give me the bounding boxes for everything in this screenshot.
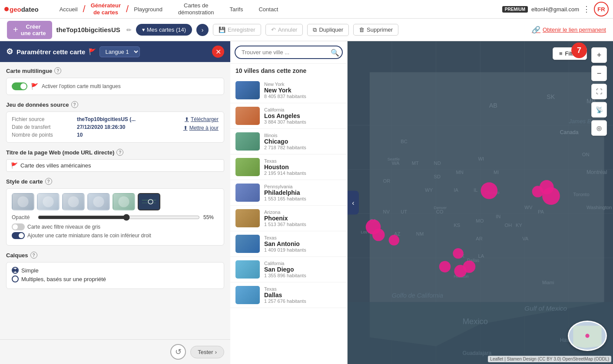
city-item-7[interactable]: California San Diego 1 355 896 habitants — [230, 257, 347, 282]
city-thumb — [235, 158, 260, 176]
close-panel-button[interactable]: ✕ — [212, 46, 224, 58]
city-info: Texas Dallas 1 257 676 habitants — [264, 286, 342, 304]
enregistrer-button[interactable]: 💾 Enregistrer — [213, 24, 261, 36]
mes-cartes-button[interactable]: ▾ Mes cartes (14) — [136, 24, 192, 36]
svg-rect-5 — [139, 194, 159, 210]
city-item-3[interactable]: Texas Houston 2 195 914 habitants — [230, 154, 347, 180]
city-population: 1 257 676 habitants — [264, 298, 342, 304]
map-style-help-icon[interactable]: ? — [45, 178, 52, 185]
duplicate-icon: ⧉ — [313, 26, 317, 33]
city-item-0[interactable]: New York New York 8 405 837 habitants — [230, 78, 347, 103]
style-thumb-1[interactable] — [12, 193, 34, 210]
data-source-title: Jeu de données source ? — [6, 101, 224, 108]
dupliquer-label: Dupliquer — [319, 26, 343, 33]
city-item-4[interactable]: Pennsylvania Philadelphia 1 553 165 habi… — [230, 180, 347, 206]
fullscreen-button[interactable]: ⛶ — [591, 84, 607, 99]
more-options-icon[interactable]: ⋮ — [583, 4, 590, 14]
mettre-a-jour-link[interactable]: ⬆ Mettre à jour — [183, 125, 219, 131]
collapse-panel-button[interactable]: ‹ — [348, 191, 359, 215]
city-search-wrapper: 🔍 — [235, 46, 343, 59]
language-select[interactable]: Langue 1 — [99, 46, 140, 57]
city-item-6[interactable]: Texas San Antonio 1 409 019 habitants — [230, 231, 347, 257]
create-map-button[interactable]: + Créerune carte — [7, 21, 52, 39]
supprimer-label: Supprimer — [367, 26, 393, 33]
edit-map-title-icon[interactable]: ✏ — [126, 26, 132, 33]
main-layout: ⚙ Paramétrer cette carte 🚩 Langue 1 ✕ Ca… — [0, 41, 613, 364]
web-title-help-icon[interactable]: ? — [116, 149, 123, 156]
language-button[interactable]: FR — [594, 2, 609, 16]
web-title-flag-icon: 🚩 — [11, 162, 18, 169]
city-state: Arizona — [264, 210, 342, 215]
city-list: New York New York 8 405 837 habitants Ca… — [230, 78, 347, 364]
nav-generateur[interactable]: Générateurde cartes — [83, 0, 129, 19]
city-name: New York — [264, 87, 342, 94]
city-item-1[interactable]: California Los Angeles 3 884 307 habitan… — [230, 103, 347, 129]
nav-accueil[interactable]: Accueil — [52, 0, 86, 19]
style-thumb-6[interactable] — [138, 193, 160, 210]
mes-cartes-arrow-button[interactable]: › — [196, 24, 209, 36]
panel-header: ⚙ Paramétrer cette carte 🚩 Langue 1 ✕ — [0, 41, 230, 62]
calques-help-icon[interactable]: ? — [30, 252, 37, 259]
svg-point-83 — [389, 235, 399, 245]
calques-simple-radio[interactable] — [12, 267, 19, 274]
grayscale-toggle[interactable] — [12, 223, 25, 230]
svg-text:Gulf of Mexico: Gulf of Mexico — [524, 305, 567, 312]
multilingual-help-icon[interactable]: ? — [54, 67, 61, 74]
svg-text:VA: VA — [522, 236, 529, 241]
nav-cartes-demo[interactable]: Cartes dedémonstration — [170, 0, 222, 19]
supprimer-button[interactable]: 🗑 Supprimer — [353, 24, 398, 36]
calques-multiples-row[interactable]: Multiples, basés sur une propriété — [12, 275, 219, 282]
calques-multiples-radio[interactable] — [12, 275, 19, 282]
annuler-button[interactable]: ↶ Annuler — [265, 24, 303, 36]
city-info: Texas San Antonio 1 409 019 habitants — [264, 235, 342, 253]
city-state: California — [264, 107, 342, 112]
web-title-value: Carte des villes américaines — [20, 162, 91, 169]
style-thumb-4[interactable] — [87, 193, 110, 210]
reset-button[interactable]: ↺ — [170, 344, 186, 360]
data-source-help-icon[interactable]: ? — [71, 101, 78, 108]
location-button[interactable]: 📡 — [591, 102, 607, 118]
style-thumb-5[interactable] — [113, 193, 135, 210]
city-item-2[interactable]: Illinois Chicago 2 718 782 habitants — [230, 129, 347, 154]
dupliquer-button[interactable]: ⧉ Dupliquer — [307, 24, 349, 36]
nav-contact[interactable]: Contact — [251, 0, 286, 19]
city-item-8[interactable]: Texas Dallas 1 257 676 habitants — [230, 282, 347, 308]
mes-cartes-chevron: ▾ — [142, 26, 145, 33]
style-thumb-3[interactable] — [62, 193, 85, 210]
svg-text:WI: WI — [478, 156, 484, 161]
panel-title: Paramétrer cette carte — [17, 48, 85, 56]
city-item-5[interactable]: Arizona Phoenix 1 513 367 habitants — [230, 206, 347, 231]
svg-text:Washington: Washington — [586, 205, 612, 210]
nav-tarifs[interactable]: Tarifs — [222, 0, 251, 19]
multilingual-toggle-row: 🚩 Activer l'option carte multi langues — [12, 82, 219, 90]
download-icon: ⬆ — [185, 116, 189, 122]
mes-cartes-label: Mes cartes (14) — [147, 26, 186, 33]
city-state: Texas — [264, 235, 342, 240]
calques-simple-row[interactable]: Simple — [12, 267, 219, 274]
telecharger-link[interactable]: ⬆ Télécharger — [185, 116, 219, 122]
city-search-input[interactable] — [235, 46, 343, 59]
city-search-button[interactable]: 🔍 — [331, 48, 339, 56]
style-thumb-2[interactable] — [37, 193, 60, 210]
web-title-input[interactable]: 🚩 Carte des villes américaines — [6, 159, 224, 172]
tester-button[interactable]: Tester › — [190, 346, 224, 358]
city-thumb — [235, 260, 260, 279]
map-style-section: Style de carte ? — [6, 178, 224, 246]
zoom-in-button[interactable]: + — [591, 47, 607, 63]
share-link[interactable]: 🔗 Obtenir le lien permanent — [532, 26, 606, 34]
city-state: Texas — [264, 286, 342, 292]
map-background: AB SK MB Canada ON WA OR MT ND SD MN WI … — [348, 41, 613, 364]
zoom-out-button[interactable]: − — [591, 66, 607, 81]
left-panel: ⚙ Paramétrer cette carte 🚩 Langue 1 ✕ Ca… — [0, 41, 230, 364]
gps-button[interactable]: ◎ — [591, 120, 607, 136]
enregistrer-label: Enregistrer — [228, 26, 255, 33]
nav-playground[interactable]: Playground — [126, 0, 170, 19]
multilingual-toggle[interactable] — [12, 82, 27, 90]
map-style-title: Style de carte ? — [6, 178, 224, 185]
opacity-slider[interactable] — [38, 214, 200, 221]
svg-point-80 — [463, 260, 476, 273]
minimap-toggle[interactable] — [12, 232, 25, 239]
opacity-value: 55% — [203, 214, 219, 220]
svg-text:MI: MI — [494, 170, 499, 175]
annuler-label: Annuler — [278, 26, 298, 33]
